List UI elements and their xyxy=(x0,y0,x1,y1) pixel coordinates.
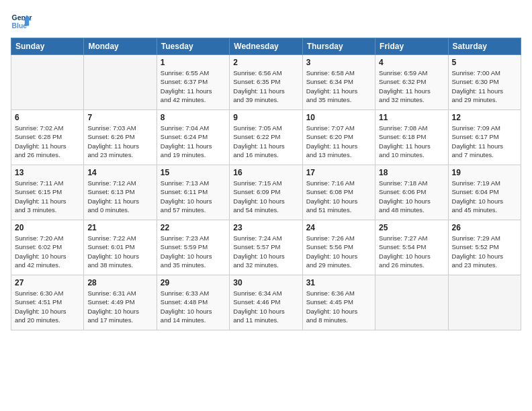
calendar-cell: 17Sunrise: 7:16 AM Sunset: 6:08 PM Dayli… xyxy=(302,165,375,220)
calendar-cell xyxy=(84,55,157,110)
day-info: Sunrise: 7:07 AM Sunset: 6:20 PM Dayligh… xyxy=(306,124,371,159)
day-number: 3 xyxy=(306,58,371,67)
day-info: Sunrise: 7:02 AM Sunset: 6:28 PM Dayligh… xyxy=(15,124,80,159)
day-number: 28 xyxy=(87,278,152,287)
calendar-cell: 3Sunrise: 6:58 AM Sunset: 6:34 PM Daylig… xyxy=(302,55,375,110)
calendar-cell: 10Sunrise: 7:07 AM Sunset: 6:20 PM Dayli… xyxy=(302,110,375,165)
day-number: 25 xyxy=(379,223,444,232)
day-number: 9 xyxy=(233,113,298,122)
calendar-cell: 25Sunrise: 7:27 AM Sunset: 5:54 PM Dayli… xyxy=(375,220,448,275)
weekday-header-tuesday: Tuesday xyxy=(157,38,229,55)
calendar-cell: 23Sunrise: 7:24 AM Sunset: 5:57 PM Dayli… xyxy=(230,220,302,275)
calendar-week-3: 13Sunrise: 7:11 AM Sunset: 6:15 PM Dayli… xyxy=(11,165,521,220)
day-info: Sunrise: 6:34 AM Sunset: 4:46 PM Dayligh… xyxy=(233,289,298,324)
calendar-cell: 24Sunrise: 7:26 AM Sunset: 5:56 PM Dayli… xyxy=(302,220,375,275)
day-number: 20 xyxy=(15,223,80,232)
day-number: 29 xyxy=(161,278,226,287)
day-info: Sunrise: 7:26 AM Sunset: 5:56 PM Dayligh… xyxy=(306,234,371,269)
logo-icon: General Blue xyxy=(11,11,32,32)
day-info: Sunrise: 6:36 AM Sunset: 4:45 PM Dayligh… xyxy=(306,289,371,324)
day-info: Sunrise: 7:11 AM Sunset: 6:15 PM Dayligh… xyxy=(15,179,80,214)
calendar-cell: 14Sunrise: 7:12 AM Sunset: 6:13 PM Dayli… xyxy=(84,165,157,220)
day-info: Sunrise: 7:09 AM Sunset: 6:17 PM Dayligh… xyxy=(452,124,517,159)
calendar-cell: 31Sunrise: 6:36 AM Sunset: 4:45 PM Dayli… xyxy=(302,275,375,330)
logo: General Blue xyxy=(11,11,38,32)
calendar-cell: 8Sunrise: 7:04 AM Sunset: 6:24 PM Daylig… xyxy=(157,110,229,165)
day-info: Sunrise: 6:59 AM Sunset: 6:32 PM Dayligh… xyxy=(379,68,444,104)
day-number: 27 xyxy=(15,278,80,287)
calendar-cell: 15Sunrise: 7:13 AM Sunset: 6:11 PM Dayli… xyxy=(157,165,229,220)
calendar-cell: 29Sunrise: 6:33 AM Sunset: 4:48 PM Dayli… xyxy=(157,275,229,330)
day-number: 31 xyxy=(306,278,371,287)
calendar-cell: 21Sunrise: 7:22 AM Sunset: 6:01 PM Dayli… xyxy=(84,220,157,275)
calendar-cell: 6Sunrise: 7:02 AM Sunset: 6:28 PM Daylig… xyxy=(11,110,84,165)
day-info: Sunrise: 6:55 AM Sunset: 6:37 PM Dayligh… xyxy=(161,68,226,104)
calendar-cell: 27Sunrise: 6:30 AM Sunset: 4:51 PM Dayli… xyxy=(11,275,84,330)
weekday-header-friday: Friday xyxy=(375,38,448,55)
day-info: Sunrise: 7:04 AM Sunset: 6:24 PM Dayligh… xyxy=(161,124,226,159)
calendar-cell: 18Sunrise: 7:18 AM Sunset: 6:06 PM Dayli… xyxy=(375,165,448,220)
day-info: Sunrise: 7:20 AM Sunset: 6:02 PM Dayligh… xyxy=(15,234,80,269)
day-number: 12 xyxy=(452,113,517,122)
day-number: 15 xyxy=(161,168,226,177)
day-number: 23 xyxy=(233,223,298,232)
calendar-cell: 7Sunrise: 7:03 AM Sunset: 6:26 PM Daylig… xyxy=(84,110,157,165)
calendar-week-1: 1Sunrise: 6:55 AM Sunset: 6:37 PM Daylig… xyxy=(11,55,521,110)
day-number: 4 xyxy=(379,58,444,67)
weekday-header-wednesday: Wednesday xyxy=(230,38,302,55)
day-number: 13 xyxy=(15,168,80,177)
day-number: 10 xyxy=(306,113,371,122)
calendar-cell: 11Sunrise: 7:08 AM Sunset: 6:18 PM Dayli… xyxy=(375,110,448,165)
calendar-table: SundayMondayTuesdayWednesdayThursdayFrid… xyxy=(11,38,521,330)
day-number: 1 xyxy=(161,58,226,67)
calendar-cell: 16Sunrise: 7:15 AM Sunset: 6:09 PM Dayli… xyxy=(230,165,302,220)
day-info: Sunrise: 7:23 AM Sunset: 5:59 PM Dayligh… xyxy=(161,234,226,269)
weekday-header-thursday: Thursday xyxy=(302,38,375,55)
day-number: 8 xyxy=(161,113,226,122)
day-number: 24 xyxy=(306,223,371,232)
day-number: 14 xyxy=(87,168,152,177)
day-number: 17 xyxy=(306,168,371,177)
day-number: 22 xyxy=(161,223,226,232)
day-info: Sunrise: 7:08 AM Sunset: 6:18 PM Dayligh… xyxy=(379,124,444,159)
weekday-header-monday: Monday xyxy=(84,38,157,55)
calendar-cell: 5Sunrise: 7:00 AM Sunset: 6:30 PM Daylig… xyxy=(448,55,521,110)
weekday-header-saturday: Saturday xyxy=(448,38,521,55)
calendar-week-5: 27Sunrise: 6:30 AM Sunset: 4:51 PM Dayli… xyxy=(11,275,521,330)
calendar-cell: 4Sunrise: 6:59 AM Sunset: 6:32 PM Daylig… xyxy=(375,55,448,110)
calendar-cell: 9Sunrise: 7:05 AM Sunset: 6:22 PM Daylig… xyxy=(230,110,302,165)
calendar-cell: 12Sunrise: 7:09 AM Sunset: 6:17 PM Dayli… xyxy=(448,110,521,165)
calendar-cell: 19Sunrise: 7:19 AM Sunset: 6:04 PM Dayli… xyxy=(448,165,521,220)
day-info: Sunrise: 7:24 AM Sunset: 5:57 PM Dayligh… xyxy=(233,234,298,269)
day-info: Sunrise: 6:31 AM Sunset: 4:49 PM Dayligh… xyxy=(87,289,152,324)
day-info: Sunrise: 7:19 AM Sunset: 6:04 PM Dayligh… xyxy=(452,179,517,214)
day-info: Sunrise: 7:18 AM Sunset: 6:06 PM Dayligh… xyxy=(379,179,444,214)
calendar-cell: 2Sunrise: 6:56 AM Sunset: 6:35 PM Daylig… xyxy=(230,55,302,110)
day-info: Sunrise: 7:12 AM Sunset: 6:13 PM Dayligh… xyxy=(87,179,152,214)
calendar-cell: 28Sunrise: 6:31 AM Sunset: 4:49 PM Dayli… xyxy=(84,275,157,330)
calendar-week-4: 20Sunrise: 7:20 AM Sunset: 6:02 PM Dayli… xyxy=(11,220,521,275)
day-info: Sunrise: 7:22 AM Sunset: 6:01 PM Dayligh… xyxy=(87,234,152,269)
day-info: Sunrise: 7:29 AM Sunset: 5:52 PM Dayligh… xyxy=(452,234,517,269)
day-info: Sunrise: 7:05 AM Sunset: 6:22 PM Dayligh… xyxy=(233,124,298,159)
calendar-cell xyxy=(375,275,448,330)
calendar-cell: 1Sunrise: 6:55 AM Sunset: 6:37 PM Daylig… xyxy=(157,55,229,110)
day-number: 6 xyxy=(15,113,80,122)
day-info: Sunrise: 7:00 AM Sunset: 6:30 PM Dayligh… xyxy=(452,68,517,104)
day-info: Sunrise: 6:30 AM Sunset: 4:51 PM Dayligh… xyxy=(15,289,80,324)
day-number: 7 xyxy=(87,113,152,122)
weekday-header-sunday: Sunday xyxy=(11,38,84,55)
calendar-cell xyxy=(448,275,521,330)
day-info: Sunrise: 7:27 AM Sunset: 5:54 PM Dayligh… xyxy=(379,234,444,269)
day-number: 30 xyxy=(233,278,298,287)
calendar-cell xyxy=(11,55,84,110)
day-number: 21 xyxy=(87,223,152,232)
day-info: Sunrise: 6:58 AM Sunset: 6:34 PM Dayligh… xyxy=(306,68,371,104)
day-number: 2 xyxy=(233,58,298,67)
day-number: 18 xyxy=(379,168,444,177)
day-number: 26 xyxy=(452,223,517,232)
day-number: 11 xyxy=(379,113,444,122)
day-number: 19 xyxy=(452,168,517,177)
day-info: Sunrise: 7:16 AM Sunset: 6:08 PM Dayligh… xyxy=(306,179,371,214)
page-header: General Blue xyxy=(11,11,521,32)
